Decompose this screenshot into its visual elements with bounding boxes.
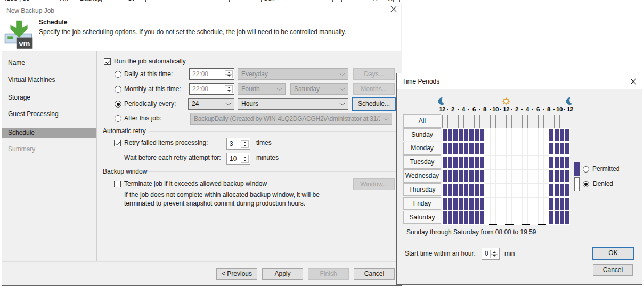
svg-text:vm: vm	[19, 39, 30, 48]
